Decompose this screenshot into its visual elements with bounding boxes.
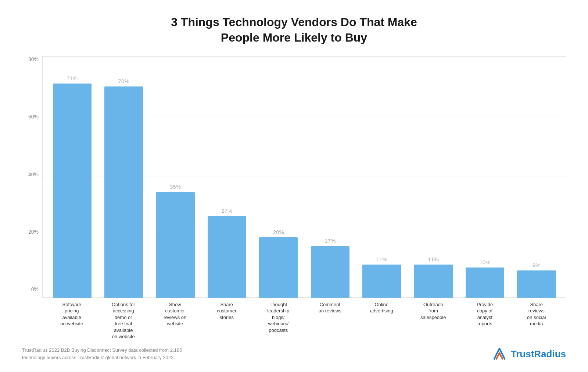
x-axis-label: Options foraccessingdemo orfree trialava… (98, 301, 150, 340)
footer: TrustRadius 2022 B2B Buying Disconnect S… (22, 347, 566, 361)
trustradius-logo-icon (492, 347, 507, 361)
bar-group: 20% (253, 56, 304, 298)
logo-area: TrustRadius (492, 347, 566, 361)
bar-value: 10% (479, 259, 490, 265)
bar (466, 268, 504, 298)
y-axis-label: 60% (28, 114, 39, 120)
bar (53, 84, 92, 298)
x-axis-label: Commenton reviews (304, 301, 356, 340)
x-axis-label: Sharecustomerstories (201, 301, 253, 340)
y-axis-label: 80% (28, 56, 39, 62)
bar-value: 70% (118, 78, 129, 84)
bar-value: 11% (428, 256, 439, 262)
chart-area: 80%60%40%20%0% 71%70%35%27%20%17%11%11%1… (22, 56, 566, 340)
y-axis: 80%60%40%20%0% (22, 56, 42, 340)
bar-value: 27% (221, 208, 232, 214)
bar (414, 265, 452, 298)
bar-value: 17% (325, 238, 336, 244)
bars-container: 71%70%35%27%20%17%11%11%10%9% (43, 56, 566, 298)
bar-group: 9% (511, 56, 562, 298)
bar (259, 237, 298, 298)
x-axis-label: Onlineadvertising (356, 301, 408, 340)
bar (362, 265, 401, 298)
x-axis-label: Thoughtleadershipblogs/webinars/podcasts (252, 301, 304, 340)
bar-group: 11% (408, 56, 459, 298)
bar (156, 192, 194, 298)
bar (517, 270, 556, 298)
bar-group: 71% (46, 56, 98, 298)
trustradius-logo-text: TrustRadius (511, 348, 566, 360)
footer-source: TrustRadius 2022 B2B Buying Disconnect S… (22, 347, 182, 361)
x-axis-label: Showcustomerreviews onwebsite (149, 301, 201, 340)
bar-group: 70% (98, 56, 149, 298)
bars-and-grid: 71%70%35%27%20%17%11%11%10%9% (42, 56, 566, 298)
y-axis-label: 0% (31, 286, 39, 292)
bar (208, 216, 246, 297)
y-axis-label: 40% (28, 171, 39, 177)
bar-value: 9% (533, 262, 541, 268)
bar-group: 17% (304, 56, 356, 298)
x-axis-label: Outreachfromsalespeople (408, 301, 459, 340)
x-labels: Softwarepricingavailableon websiteOption… (42, 298, 566, 340)
x-axis-label: Softwarepricingavailableon website (46, 301, 98, 340)
bar-group: 11% (356, 56, 407, 298)
bar (104, 86, 143, 298)
bar-value: 35% (170, 184, 181, 190)
bar-value: 71% (67, 75, 78, 81)
bar-value: 20% (273, 229, 284, 235)
bar (311, 246, 349, 297)
x-axis-label: Sharereviewson socialmedia (511, 301, 563, 340)
chart-title: 3 Things Technology Vendors Do That Make… (171, 15, 417, 45)
y-axis-label: 20% (28, 229, 39, 235)
x-axis-label: Providecopy ofanalystreports (459, 301, 511, 340)
chart-body: 71%70%35%27%20%17%11%11%10%9% Softwarepr… (42, 56, 566, 340)
bar-group: 27% (201, 56, 252, 298)
bar-group: 35% (150, 56, 201, 298)
bar-group: 10% (459, 56, 510, 298)
bar-value: 11% (376, 256, 387, 262)
